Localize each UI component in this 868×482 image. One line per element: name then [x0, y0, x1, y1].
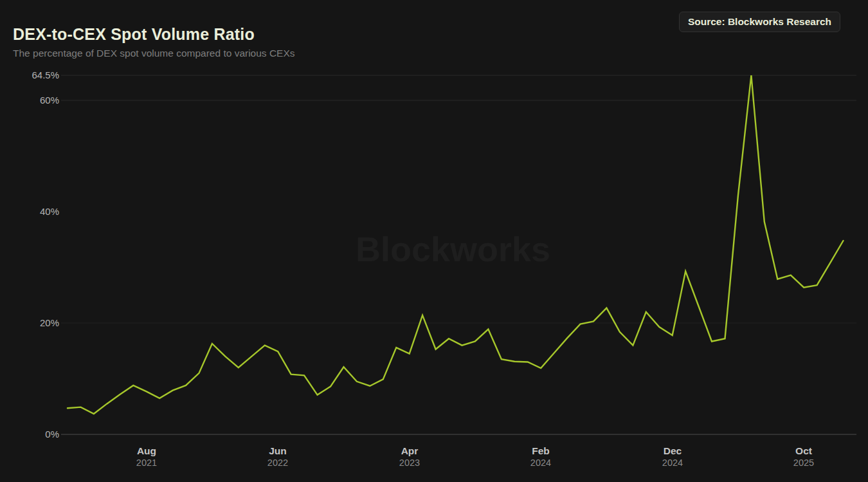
x-axis-tick-month: Jun: [236, 445, 320, 457]
x-axis-tick-month: Feb: [499, 445, 583, 457]
x-axis-tick: Aug 2021: [105, 445, 188, 468]
x-axis-tick-year: 2021: [105, 458, 188, 468]
y-axis-tick-label: 60%: [13, 95, 59, 106]
line-chart: [0, 0, 868, 482]
x-axis-tick-year: 2023: [368, 458, 451, 468]
y-axis-tick-label: 64.5%: [13, 70, 59, 81]
x-axis-tick: Dec 2024: [631, 445, 714, 468]
series-line-dex-cex-ratio: [68, 75, 844, 414]
x-axis-tick-year: 2024: [499, 458, 583, 468]
source-badge: Source: Blockworks Research: [679, 12, 840, 32]
x-axis-tick: Jun 2022: [236, 445, 320, 468]
y-axis-tick-label: 0%: [13, 429, 59, 440]
x-axis-tick: Oct 2025: [762, 445, 845, 468]
x-axis-tick-month: Apr: [368, 445, 451, 457]
x-axis-tick: Feb 2024: [499, 445, 583, 468]
x-axis-tick-year: 2024: [631, 458, 714, 468]
chart-page: Blockworks DEX-to-CEX Spot Volume Ratio …: [0, 0, 868, 482]
y-axis-tick-label: 20%: [13, 317, 59, 329]
x-axis-tick-year: 2022: [236, 458, 320, 468]
y-axis-tick-label: 40%: [13, 206, 59, 218]
x-axis-tick-month: Aug: [105, 445, 188, 457]
page-subtitle: The percentage of DEX spot volume compar…: [13, 48, 295, 59]
x-axis-tick-month: Oct: [762, 445, 845, 457]
gridlines: [61, 75, 856, 434]
x-axis-tick-month: Dec: [631, 445, 714, 457]
page-title: DEX-to-CEX Spot Volume Ratio: [13, 25, 255, 44]
x-axis-tick-year: 2025: [762, 458, 845, 468]
x-axis-tick: Apr 2023: [368, 445, 451, 468]
